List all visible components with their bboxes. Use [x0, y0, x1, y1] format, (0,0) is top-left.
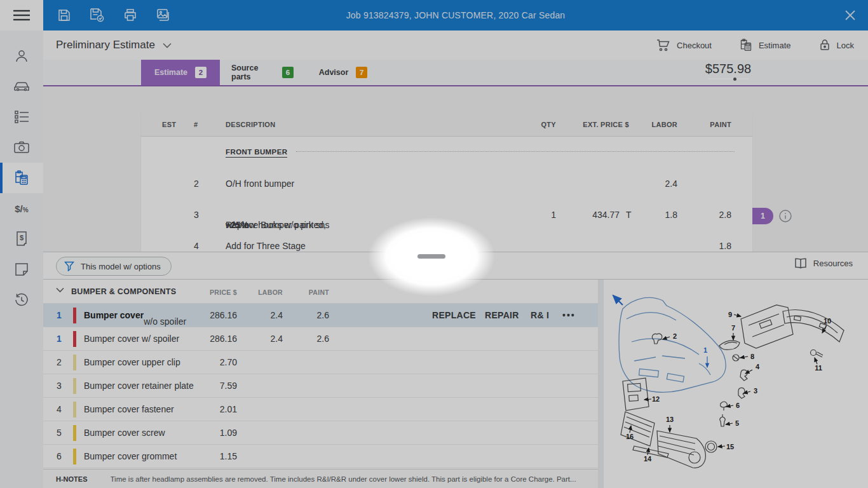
save-confirm-button[interactable]	[89, 7, 105, 24]
part-price: 1.15	[220, 451, 237, 461]
panel-drag-handle[interactable]	[417, 254, 445, 259]
cursor-arrow-icon	[613, 295, 623, 305]
tab-advisor[interactable]: Advisor 7	[305, 60, 381, 85]
lock-button[interactable]: Lock	[819, 39, 854, 51]
checkout-button[interactable]: Checkout	[656, 39, 712, 51]
photos-button[interactable]	[155, 7, 172, 24]
line-number: 4	[194, 241, 199, 251]
parts-col-labor: LABOR	[258, 288, 283, 296]
total-page-dot	[733, 78, 736, 81]
info-icon	[778, 209, 792, 223]
diagram-part-energy-absorber	[741, 305, 793, 348]
resources-button[interactable]: Resources	[794, 258, 853, 269]
part-number: 5	[52, 428, 66, 438]
sidebar-item-checklist[interactable]	[0, 102, 43, 132]
sidebar-item-notes[interactable]	[0, 254, 43, 285]
part-row-bumper-cover[interactable]: 1 Bumper cover w/o spoiler 286.16 2.4 2.…	[43, 304, 598, 327]
col-est: EST	[162, 121, 176, 128]
replace-action[interactable]: REPLACE	[432, 310, 476, 320]
tab-source-parts[interactable]: Source parts 6	[220, 60, 305, 85]
col-qty: QTY	[541, 121, 556, 128]
tab-estimate[interactable]: Estimate 2	[141, 60, 220, 85]
diagram-part-fasteners	[652, 334, 823, 426]
print-button[interactable]	[122, 7, 139, 24]
parts-group-title: BUMPER & COMPONENTS	[71, 287, 176, 296]
repair-action[interactable]: REPAIR	[485, 310, 519, 320]
part-name: Bumper cover screw	[84, 428, 165, 438]
part-number: 3	[52, 381, 66, 391]
app-window: Job 913824379, JOHN CUSTOMER, 2020 Car S…	[0, 0, 868, 488]
estimate-type-label: Preliminary Estimate	[56, 39, 155, 51]
line-info-button[interactable]	[778, 208, 793, 224]
close-button[interactable]	[841, 7, 859, 24]
part-row[interactable]: 1 Bumper cover w/ spoiler 286.16 2.4 2.6	[43, 327, 598, 351]
tab-strip: Estimate 2 Source parts 6 Advisor 7 $575…	[43, 60, 868, 86]
part-price: 2.01	[220, 404, 237, 414]
line-description: Add for Three Stage	[226, 241, 306, 251]
sidebar-item-profile[interactable]	[0, 41, 43, 71]
tabs: Estimate 2 Source parts 6 Advisor 7	[141, 60, 381, 85]
open-book-icon	[794, 258, 807, 269]
chevron-down-icon	[163, 43, 172, 48]
callout-5: 5	[735, 419, 739, 427]
diagram-part-grille-left	[621, 412, 654, 446]
part-status-bar	[73, 378, 76, 394]
part-row[interactable]: 3 Bumper cover retainer plate 7.59	[43, 374, 598, 398]
estimate-row-2[interactable]: 2 O/H front bumper 2.4	[141, 168, 752, 200]
part-name-note: w/o spoiler	[144, 316, 186, 327]
callout-9: 9	[728, 311, 732, 318]
part-status-bar	[73, 355, 76, 370]
sidebar-item-vehicle[interactable]	[0, 71, 43, 102]
part-row[interactable]: 5 Bumper cover screw 1.09	[43, 421, 598, 445]
line-ext-price: 434.77	[592, 210, 620, 220]
save-button[interactable]	[56, 7, 72, 24]
checkout-label: Checkout	[677, 41, 712, 50]
profile-icon	[14, 48, 29, 64]
exploded-parts-diagram: 1 2 3 4 5 6 7 8 9 10 11 12 13 14 15 16	[604, 280, 868, 488]
part-row[interactable]: 2 Bumper cover upper clip 2.70	[43, 351, 598, 374]
remove-install-action[interactable]: R& I	[531, 310, 549, 320]
parts-diagram-panel[interactable]: 1 2 3 4 5 6 7 8 9 10 11 12 13 14 15 16	[604, 280, 868, 488]
estimate-total-amount: $575.98	[677, 62, 779, 76]
estimate-type-dropdown[interactable]: Preliminary Estimate	[56, 39, 172, 51]
sidebar-item-photos[interactable]	[0, 132, 43, 163]
tab-advisor-label: Advisor	[319, 68, 349, 77]
callout-11: 11	[815, 364, 822, 372]
part-paint: 2.6	[317, 334, 329, 344]
sidebar-item-history[interactable]	[0, 285, 43, 315]
part-row[interactable]: 4 Bumper cover fastener 2.01	[43, 398, 598, 421]
more-actions-button[interactable]: •••	[562, 310, 576, 320]
part-row[interactable]: 6 Bumper cover grommet 1.15	[43, 445, 598, 468]
sidebar-items: $/% $	[0, 30, 43, 315]
supplement-badge: 1	[752, 208, 773, 224]
line-labor: 1.8	[665, 210, 677, 220]
line-paint: 1.8	[719, 241, 731, 251]
part-price: 286.16	[210, 310, 237, 320]
sidebar-item-estimate[interactable]	[0, 163, 43, 193]
h-notes-bar[interactable]: H-NOTES Time is after headlamp assemblie…	[43, 469, 598, 488]
callout-7: 7	[731, 324, 735, 332]
part-number: 4	[52, 404, 66, 414]
section-leader-line	[296, 151, 735, 152]
notes-icon	[14, 262, 29, 277]
estimate-label: Estimate	[759, 41, 791, 50]
callout-12: 12	[652, 395, 660, 403]
sidebar-item-invoice[interactable]: $	[0, 224, 43, 254]
callout-3: 3	[754, 387, 757, 395]
parts-group-header: BUMPER & COMPONENTS PRICE $ LABOR PAINT	[43, 280, 598, 304]
estimate-total: $575.98	[677, 62, 779, 79]
section-front-bumper[interactable]: FRONT BUMPER	[141, 137, 752, 168]
collapse-chevron-icon[interactable]	[56, 287, 64, 293]
total-underline	[708, 78, 749, 79]
line-number: 2	[194, 179, 199, 189]
line-number: 3	[194, 210, 199, 220]
model-filter-chip[interactable]: This model w/ options	[56, 257, 172, 276]
hamburger-menu-button[interactable]	[0, 0, 43, 30]
callout-14: 14	[644, 455, 652, 463]
line-paint: 2.8	[719, 210, 731, 220]
estimate-button[interactable]: Estimate	[740, 38, 791, 52]
part-number: 6	[52, 451, 66, 461]
callout-15: 15	[726, 443, 734, 451]
diagram-callout-arrows	[630, 315, 826, 455]
sidebar-item-rates[interactable]: $/%	[0, 193, 43, 224]
